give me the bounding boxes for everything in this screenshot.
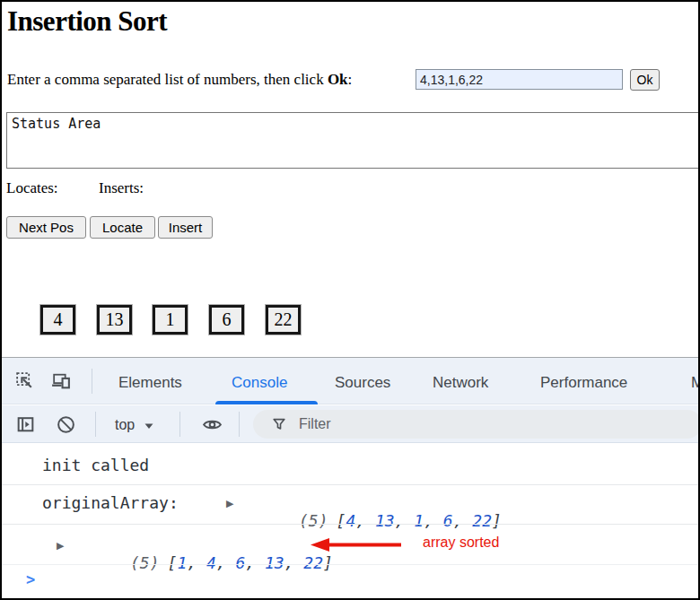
devtools-tabbar: Elements Console Sources Network Perform…: [2, 358, 698, 404]
toolbar-divider: [239, 412, 240, 437]
clear-console-icon[interactable]: [56, 414, 76, 435]
inspect-element-icon[interactable]: [14, 370, 35, 391]
locate-button[interactable]: Locate: [90, 216, 155, 239]
array-length: (5): [130, 553, 160, 572]
console-log-label: originalArray:: [42, 493, 179, 512]
active-tab-underline: [215, 401, 318, 404]
console-toolbar: top: [2, 405, 698, 443]
tab-elements[interactable]: Elements: [118, 374, 182, 392]
context-selector-label: top: [115, 417, 135, 432]
inserts-label: Inserts:: [99, 179, 144, 197]
array-box-1: 13: [97, 305, 132, 335]
instruction-text: Enter a comma separated list of numbers,…: [7, 71, 352, 89]
app-window: { "page": { "title": "Insertion Sort", "…: [0, 0, 700, 600]
console-log-message: init called: [42, 456, 149, 474]
array-box-4: 22: [266, 305, 301, 335]
console-row-divider: [2, 524, 698, 525]
array-box-0: 4: [40, 305, 75, 335]
page-title: Insertion Sort: [7, 5, 167, 38]
instruction-suffix: :: [348, 71, 353, 88]
tab-sources[interactable]: Sources: [335, 374, 390, 392]
tab-network[interactable]: Network: [433, 374, 488, 392]
instruction-ok-bold: Ok: [328, 71, 348, 88]
toolbar-divider: [95, 412, 96, 437]
tab-performance[interactable]: Performance: [540, 374, 627, 392]
filter-box[interactable]: [253, 410, 700, 439]
array-box-3: 6: [209, 305, 244, 335]
annotation-text: array sorted: [423, 535, 499, 551]
insert-button[interactable]: Insert: [158, 216, 213, 239]
expand-array-icon[interactable]: ▶: [226, 498, 233, 509]
ok-button[interactable]: Ok: [630, 69, 660, 91]
numbers-input[interactable]: [416, 69, 623, 90]
array-length: (5): [299, 511, 328, 530]
red-arrow-annotation-icon: [311, 537, 405, 552]
tab-console[interactable]: Console: [232, 374, 287, 392]
console-sidebar-icon[interactable]: [15, 414, 36, 435]
devtools-panel: Elements Console Sources Network Perform…: [2, 357, 698, 598]
chevron-down-icon: [144, 423, 153, 430]
filter-funnel-icon: [271, 416, 287, 432]
console-output: init called originalArray: ▶ (5)[4, 13, …: [2, 444, 698, 599]
console-row-divider: [2, 564, 698, 565]
console-prompt[interactable]: >: [26, 570, 35, 588]
device-toolbar-icon[interactable]: [50, 370, 72, 391]
next-pos-button[interactable]: Next Pos: [6, 216, 86, 239]
toolbar-divider: [179, 412, 180, 437]
expand-array-icon[interactable]: ▶: [57, 540, 64, 552]
tab-memory-partial[interactable]: M: [691, 374, 700, 392]
context-selector[interactable]: top: [115, 417, 153, 433]
array-preview-sorted: (5)[1, 4, 6, 13, 22]: [72, 535, 333, 591]
filter-input[interactable]: [299, 416, 700, 432]
console-row-divider: [2, 484, 698, 485]
locates-label: Locates:: [6, 179, 58, 197]
array-box-2: 1: [153, 305, 188, 335]
tabbar-divider: [92, 369, 92, 394]
status-area-textarea[interactable]: Status Area: [6, 112, 700, 169]
live-expression-eye-icon[interactable]: [201, 414, 223, 435]
instruction-prefix: Enter a comma separated list of numbers,…: [7, 71, 328, 88]
